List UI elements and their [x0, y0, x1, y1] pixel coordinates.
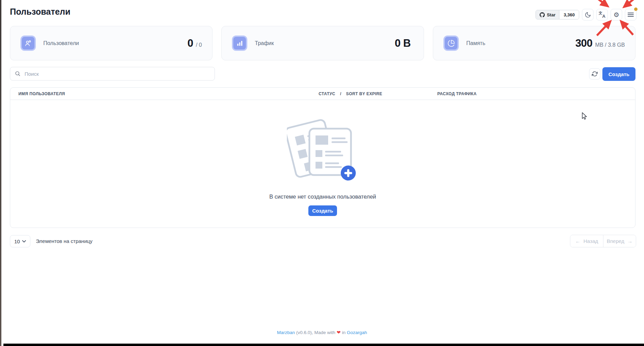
empty-state: В системе нет созданных пользователей Со…: [10, 118, 635, 216]
gear-icon: ⚙: [613, 12, 619, 18]
menu-button[interactable]: [625, 9, 636, 20]
column-header-username[interactable]: ИМЯ ПОЛЬЗОВАТЕЛЯ: [18, 91, 65, 96]
search-icon: [15, 71, 20, 78]
page-size-value: 10: [14, 239, 20, 244]
github-star-count[interactable]: 3,360: [559, 10, 579, 19]
stat-cards: Пользователи 0 / 0 Трафик 0 B Память 300: [10, 26, 635, 60]
footer-version-text: (v0.6.0), Made with: [296, 330, 335, 335]
stat-card-value: 300 MB / 3.8 GB: [575, 37, 625, 49]
pagination-nav: ← Назад Вперед →: [570, 235, 636, 247]
stat-card-value: 0 / 0: [187, 37, 202, 49]
users-table: ИМЯ ПОЛЬЗОВАТЕЛЯ СТАТУС / SORT BY EXPIRE…: [10, 87, 635, 228]
stat-card-label: Пользователи: [43, 40, 79, 46]
github-star-badge[interactable]: Star 3,360: [536, 10, 579, 19]
stat-card-memory: Память 300 MB / 3.8 GB: [433, 26, 635, 60]
stat-card-value: 0 B: [395, 37, 413, 49]
column-header-status-sort[interactable]: СТАТУС / SORT BY EXPIRE: [319, 91, 382, 96]
footer-org-link[interactable]: Gozargah: [347, 330, 367, 335]
next-page-button[interactable]: Вперед →: [603, 235, 636, 247]
topbar: Star 3,360 文A ⚙: [536, 9, 636, 21]
page-title: Пользователи: [10, 7, 70, 17]
github-star-label: Star: [547, 12, 555, 17]
empty-documents-illustration: [287, 118, 358, 184]
left-screen-edge: [0, 0, 1, 346]
dark-mode-toggle[interactable]: [582, 9, 594, 20]
github-star-button[interactable]: Star: [536, 10, 559, 19]
page-size-select[interactable]: 10: [10, 235, 30, 247]
pie-chart-icon: [443, 35, 459, 51]
page-size-label: Элементов на страницу: [36, 238, 92, 244]
translate-icon: 文A: [599, 11, 605, 18]
stat-card-label: Трафик: [255, 40, 274, 46]
language-button[interactable]: 文A: [596, 9, 608, 20]
moon-icon: [585, 12, 591, 18]
bottom-screen-edge: [3, 344, 644, 346]
bar-chart-icon: [232, 35, 247, 51]
search-input[interactable]: [10, 67, 215, 81]
users-icon: [20, 35, 36, 51]
settings-button[interactable]: ⚙: [611, 9, 622, 20]
column-header-traffic[interactable]: РАСХОД ТРАФИКА: [437, 91, 477, 96]
github-octocat-icon: [540, 12, 545, 17]
footer-in-text: in: [342, 330, 346, 335]
stat-card-label: Память: [466, 40, 485, 46]
footer-brand-link[interactable]: Marzban: [277, 330, 295, 335]
footer: Marzban (v0.6.0), Made with ❤ in Gozarga…: [0, 330, 644, 335]
search-field-wrap: [10, 67, 215, 81]
chevron-down-icon: [22, 240, 26, 243]
empty-state-message: В системе нет созданных пользователей: [269, 193, 376, 200]
arrow-right-icon: →: [627, 238, 632, 244]
stat-card-users: Пользователи 0 / 0: [10, 26, 213, 60]
arrow-left-icon: ←: [575, 238, 581, 244]
table-header-row: ИМЯ ПОЛЬЗОВАТЕЛЯ СТАТУС / SORT BY EXPIRE…: [10, 88, 635, 100]
prev-page-button[interactable]: ← Назад: [570, 235, 603, 247]
stat-card-traffic: Трафик 0 B: [221, 26, 424, 60]
notification-dot: [634, 8, 638, 11]
refresh-button[interactable]: [589, 68, 600, 80]
create-user-button[interactable]: Создать: [602, 67, 635, 81]
hamburger-icon: [628, 12, 634, 17]
heart-icon: ❤: [337, 330, 341, 335]
empty-state-create-button[interactable]: Создать: [308, 205, 337, 216]
refresh-icon: [592, 71, 598, 77]
marzban-users-page: Пользователи Star 3,360 文A ⚙: [0, 0, 644, 346]
